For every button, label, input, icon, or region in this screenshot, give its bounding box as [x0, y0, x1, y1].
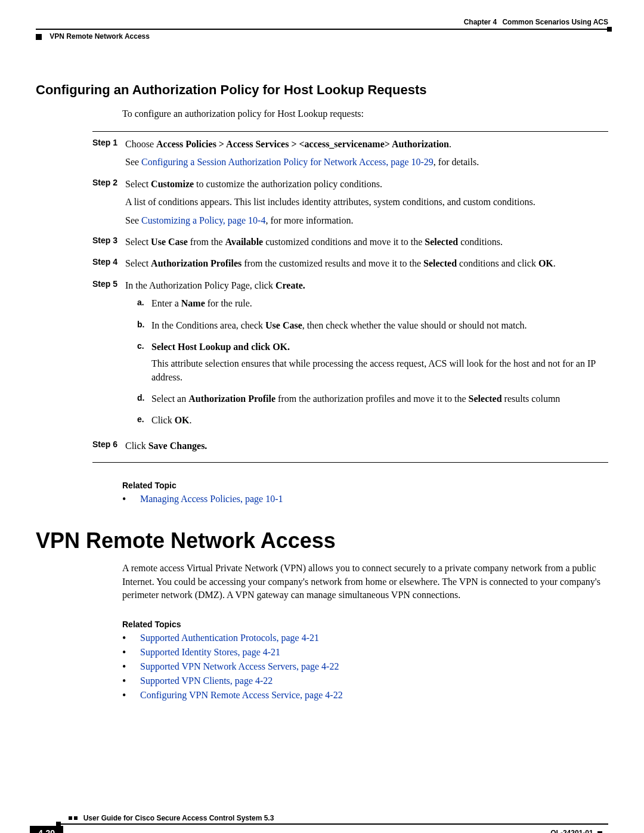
step-label: Step 3: [92, 236, 125, 253]
substep-row: a.Enter a Name for the rule.: [137, 297, 608, 314]
step-row: Step 3Select Use Case from the Available…: [92, 236, 608, 253]
list-item: •Supported Identity Stores, page 4-21: [122, 647, 608, 658]
doc-id: OL-24201-01: [550, 829, 602, 833]
bullet-icon: •: [122, 661, 140, 672]
bullet-icon: •: [122, 676, 140, 686]
list-item: •Supported VPN Network Access Servers, p…: [122, 661, 608, 672]
cross-ref-link[interactable]: Supported VPN Clients, page 4-22: [140, 676, 273, 686]
square-icon: [36, 34, 42, 40]
related-topic-heading: Related Topic: [122, 481, 608, 490]
step-label: Step 6: [92, 439, 125, 457]
substep-label: c.: [137, 340, 151, 388]
step-body: Click Save Changes.: [125, 439, 608, 457]
step-row: Step 6Click Save Changes.: [92, 439, 608, 457]
bullet-icon: •: [122, 633, 140, 643]
step-end-rule: [92, 462, 608, 463]
cross-ref-link[interactable]: Configuring VPN Remote Access Service, p…: [140, 690, 343, 700]
step-label: Step 2: [92, 178, 125, 232]
step-row: Step 5In the Authorization Policy Page, …: [92, 279, 608, 436]
page-footer: User Guide for Cisco Secure Access Contr…: [36, 814, 608, 833]
step-label: Step 4: [92, 257, 125, 275]
cross-ref-link[interactable]: Customizing a Policy, page 10-4: [141, 215, 265, 225]
header-rule: [36, 29, 608, 30]
cross-ref-link[interactable]: Configuring a Session Authorization Poli…: [141, 157, 434, 167]
cross-ref-link[interactable]: Managing Access Policies, page 10-1: [140, 494, 283, 504]
substep-label: a.: [137, 297, 151, 314]
breadcrumb: VPN Remote Network Access: [36, 32, 608, 41]
step-body: Select Customize to customize the author…: [125, 178, 608, 232]
list-item: •Managing Access Policies, page 10-1: [122, 494, 608, 504]
list-item: •Supported Authentication Protocols, pag…: [122, 633, 608, 643]
steps-list: Step 1Choose Access Policies > Access Se…: [92, 138, 608, 457]
step-body: Choose Access Policies > Access Services…: [125, 138, 608, 174]
substep-label: b.: [137, 319, 151, 336]
related-topics-heading: Related Topics: [122, 620, 608, 629]
cross-ref-link[interactable]: Supported VPN Network Access Servers, pa…: [140, 661, 339, 671]
document-page: Chapter 4 Common Scenarios Using ACS VPN…: [0, 0, 644, 833]
substep-label: d.: [137, 392, 151, 409]
substep-body: In the Conditions area, check Use Case, …: [151, 319, 608, 336]
substep-row: e.Click OK.: [137, 414, 608, 431]
bullet-icon: •: [122, 647, 140, 658]
page-number: 4-20: [30, 826, 63, 833]
main-heading: VPN Remote Network Access: [36, 528, 608, 553]
cross-ref-link[interactable]: Supported Authentication Protocols, page…: [140, 633, 319, 643]
related-topics-list: •Supported Authentication Protocols, pag…: [122, 633, 608, 701]
book-title: User Guide for Cisco Secure Access Contr…: [83, 814, 274, 822]
substep-label: e.: [137, 414, 151, 431]
chapter-title: Common Scenarios Using ACS: [502, 18, 608, 26]
substep-row: c.Select Host Lookup and click OK.This a…: [137, 340, 608, 388]
step-start-rule: [92, 131, 608, 132]
list-item: •Supported VPN Clients, page 4-22: [122, 676, 608, 686]
substep-body: Enter a Name for the rule.: [151, 297, 608, 314]
related-topic-list: •Managing Access Policies, page 10-1: [122, 494, 608, 504]
section-path: VPN Remote Network Access: [49, 32, 150, 41]
step-label: Step 1: [92, 138, 125, 174]
footer-rule: [60, 823, 608, 825]
substep-body: Click OK.: [151, 414, 608, 431]
page-header: Chapter 4 Common Scenarios Using ACS: [36, 18, 608, 26]
step-body: Select Authorization Profiles from the c…: [125, 257, 608, 275]
step-row: Step 2Select Customize to customize the …: [92, 178, 608, 232]
step-label: Step 5: [92, 279, 125, 436]
substep-body: Select an Authorization Profile from the…: [151, 392, 608, 409]
step-row: Step 4Select Authorization Profiles from…: [92, 257, 608, 275]
step-body: In the Authorization Policy Page, click …: [125, 279, 608, 436]
substep-row: b.In the Conditions area, check Use Case…: [137, 319, 608, 336]
substeps: a.Enter a Name for the rule.b.In the Con…: [137, 297, 608, 431]
substep-row: d.Select an Authorization Profile from t…: [137, 392, 608, 409]
intro-text: To configure an authorization policy for…: [122, 109, 608, 119]
bullet-icon: •: [122, 690, 140, 701]
substep-body: Select Host Lookup and click OK.This att…: [151, 340, 608, 388]
cross-ref-link[interactable]: Supported Identity Stores, page 4-21: [140, 647, 280, 657]
vpn-paragraph: A remote access Virtual Private Network …: [122, 562, 608, 602]
list-item: •Configuring VPN Remote Access Service, …: [122, 690, 608, 701]
step-body: Select Use Case from the Available custo…: [125, 236, 608, 253]
bullet-icon: •: [122, 494, 140, 504]
section-heading: Configuring an Authorization Policy for …: [36, 82, 608, 98]
step-row: Step 1Choose Access Policies > Access Se…: [92, 138, 608, 174]
chapter-label: Chapter 4: [464, 18, 497, 26]
